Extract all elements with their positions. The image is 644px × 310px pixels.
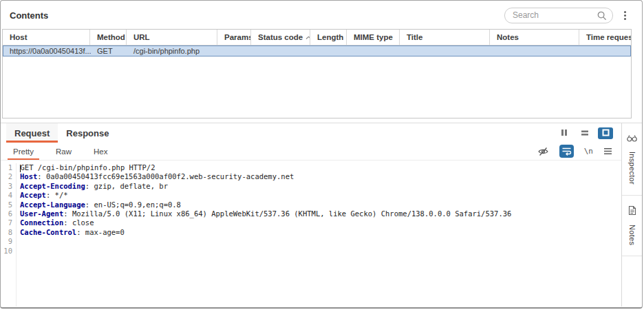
column-header-method[interactable]: Method <box>90 30 127 45</box>
app-window: Contents Host Method URL Params Sta <box>0 0 643 309</box>
line-number: 8 <box>1 228 12 237</box>
tab-response[interactable]: Response <box>58 123 117 143</box>
request-line[interactable]: User-Agent: Mozilla/5.0 (X11; Linux x86_… <box>20 209 621 218</box>
request-line[interactable]: Accept-Encoding: gzip, deflate, br <box>20 182 621 191</box>
line-number-gutter: 12345678910 <box>1 163 17 307</box>
contents-header: Contents <box>1 1 642 27</box>
line-number: 5 <box>1 200 12 209</box>
column-header-title[interactable]: Title <box>400 30 490 45</box>
view-mode-tabbar: Pretty Raw Hex <box>1 143 621 161</box>
overflow-menu-button[interactable] <box>619 8 631 23</box>
layout-buttons <box>557 123 621 143</box>
column-header-mime-type[interactable]: MIME type <box>347 30 400 45</box>
row-url-cell: /cgi-bin/phpinfo.php <box>127 47 218 55</box>
column-header-params[interactable]: Params <box>217 30 251 45</box>
square-icon <box>602 127 610 139</box>
pause-bars-icon <box>560 127 568 139</box>
request-response-tabbar: Request Response <box>1 123 621 143</box>
request-code[interactable]: GET /cgi-bin/phpinfo.php HTTP/2Host: 0a0… <box>17 163 621 307</box>
column-header-time-requested[interactable]: Time requested <box>579 30 631 45</box>
backslash-n-toggle[interactable]: \n <box>584 147 593 156</box>
line-number: 9 <box>1 237 12 246</box>
layout-stacked-button[interactable] <box>577 127 592 139</box>
request-line[interactable] <box>20 247 621 256</box>
column-header-length[interactable]: Length <box>310 30 347 45</box>
rail-label-inspector: Inspector <box>628 152 636 185</box>
tab-raw[interactable]: Raw <box>50 143 77 160</box>
eye-off-icon[interactable] <box>537 146 549 157</box>
line-number: 4 <box>1 191 12 200</box>
request-line[interactable]: GET /cgi-bin/phpinfo.php HTTP/2 <box>20 163 621 172</box>
search-icon <box>597 10 608 24</box>
table-header-row: Host Method URL Params Status code Lengt… <box>3 30 631 45</box>
line-number: 1 <box>1 163 12 172</box>
row-host-cell: https://0a0a00450413f... <box>3 47 91 55</box>
search-box <box>504 8 613 23</box>
request-line[interactable]: Accept: */* <box>20 191 621 200</box>
tab-hex[interactable]: Hex <box>88 143 113 160</box>
line-number: 3 <box>1 182 12 191</box>
tab-request[interactable]: Request <box>6 123 58 143</box>
request-editor[interactable]: 12345678910 GET /cgi-bin/phpinfo.php HTT… <box>1 161 621 307</box>
rail-tab-notes[interactable]: Notes <box>622 196 642 256</box>
chevron-up-icon <box>305 33 310 41</box>
binoculars-icon <box>626 133 638 145</box>
row-method-cell: GET <box>91 47 127 55</box>
note-icon <box>627 205 637 218</box>
hamburger-menu-icon[interactable] <box>603 147 612 155</box>
equals-bars-icon <box>581 127 589 139</box>
editor-toolbar: \n <box>537 143 621 160</box>
column-header-status-code[interactable]: Status code <box>251 30 310 45</box>
line-number: 6 <box>1 209 12 218</box>
message-editor-panel: Request Response <box>1 123 642 307</box>
word-wrap-button[interactable] <box>559 145 574 158</box>
http-history-table: Host Method URL Params Status code Lengt… <box>2 29 632 118</box>
request-line[interactable]: Connection: close <box>20 218 621 227</box>
contents-panel: Contents Host Method URL Params Sta <box>1 1 642 118</box>
layout-columns-button[interactable] <box>557 127 572 139</box>
column-header-notes[interactable]: Notes <box>490 30 579 45</box>
rail-label-notes: Notes <box>628 225 636 245</box>
message-editor-main: Request Response <box>1 123 621 307</box>
panel-title: Contents <box>10 10 48 21</box>
column-header-host[interactable]: Host <box>3 30 90 45</box>
line-number: 7 <box>1 218 12 227</box>
line-number: 2 <box>1 172 12 181</box>
table-row-selected[interactable]: https://0a0a00450413f... GET /cgi-bin/ph… <box>3 45 631 56</box>
tab-pretty[interactable]: Pretty <box>8 143 39 160</box>
rail-tab-inspector[interactable]: Inspector <box>622 123 642 196</box>
wrap-lines-icon <box>561 147 572 156</box>
line-number: 10 <box>1 247 12 256</box>
request-line[interactable]: Host: 0a0a00450413fcc69e1563a000af00f2.w… <box>20 172 621 181</box>
layout-single-button[interactable] <box>598 127 613 139</box>
request-line[interactable]: Accept-Language: en-US;q=0.9,en;q=0.8 <box>20 200 621 209</box>
editor-side-rail: Inspector Notes <box>621 123 642 307</box>
request-line[interactable]: Cache-Control: max-age=0 <box>20 228 621 237</box>
column-header-url[interactable]: URL <box>127 30 217 45</box>
request-line[interactable] <box>20 237 621 246</box>
